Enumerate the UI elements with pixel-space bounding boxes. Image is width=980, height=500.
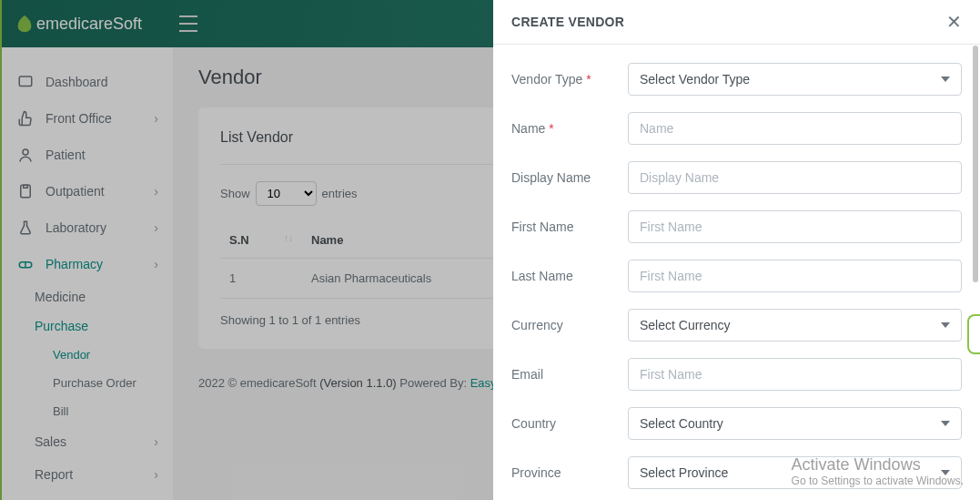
close-icon: ✕ <box>946 12 962 32</box>
label-last-name: Last Name <box>511 269 628 283</box>
create-vendor-panel: CREATE VENDOR ✕ Vendor Type * Select Ven… <box>493 0 980 500</box>
label-country: Country <box>511 416 628 431</box>
side-widget-tab[interactable] <box>967 314 980 354</box>
vendor-type-select[interactable]: Select Vendor Type <box>628 63 962 96</box>
label-currency: Currency <box>511 318 628 332</box>
label-vendor-type: Vendor Type * <box>511 72 628 87</box>
label-first-name: First Name <box>511 219 628 234</box>
label-display-name: Display Name <box>511 170 628 185</box>
label-email: Email <box>511 367 628 382</box>
name-input[interactable] <box>628 112 962 145</box>
panel-scrollbar[interactable] <box>973 46 978 282</box>
country-select[interactable]: Select Country <box>628 407 962 440</box>
label-province: Province <box>511 465 628 480</box>
first-name-input[interactable] <box>628 210 962 243</box>
panel-title: CREATE VENDOR <box>511 15 624 29</box>
panel-header: CREATE VENDOR ✕ <box>493 0 980 45</box>
last-name-input[interactable] <box>628 260 962 292</box>
province-select[interactable]: Select Province <box>628 456 962 489</box>
panel-body: Vendor Type * Select Vendor Type Name * … <box>493 45 980 500</box>
label-name: Name * <box>511 121 628 136</box>
display-name-input[interactable] <box>628 161 962 194</box>
currency-select[interactable]: Select Currency <box>628 309 962 342</box>
email-input[interactable] <box>628 358 962 391</box>
close-button[interactable]: ✕ <box>946 13 962 31</box>
